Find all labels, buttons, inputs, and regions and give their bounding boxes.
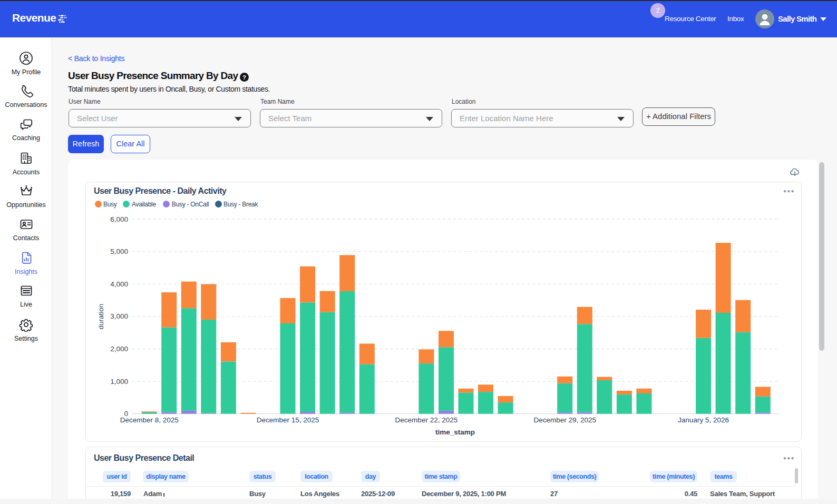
svg-text:5,000: 5,000 <box>110 248 128 255</box>
svg-text:January 5, 2026: January 5, 2026 <box>678 416 729 424</box>
svg-text:December 29, 2025: December 29, 2025 <box>534 416 597 424</box>
svg-text:6,000: 6,000 <box>110 215 128 223</box>
svg-text:2,000: 2,000 <box>110 345 128 353</box>
svg-text:time_stamp: time_stamp <box>435 428 475 436</box>
svg-text:December 8, 2025: December 8, 2025 <box>120 416 179 424</box>
svg-text:4,000: 4,000 <box>110 280 128 288</box>
svg-text:December 15, 2025: December 15, 2025 <box>257 416 319 424</box>
svg-text:3,000: 3,000 <box>110 312 128 320</box>
svg-text:December 22, 2025: December 22, 2025 <box>395 416 458 424</box>
svg-text:1,000: 1,000 <box>110 378 128 386</box>
svg-text:duration: duration <box>97 304 105 330</box>
